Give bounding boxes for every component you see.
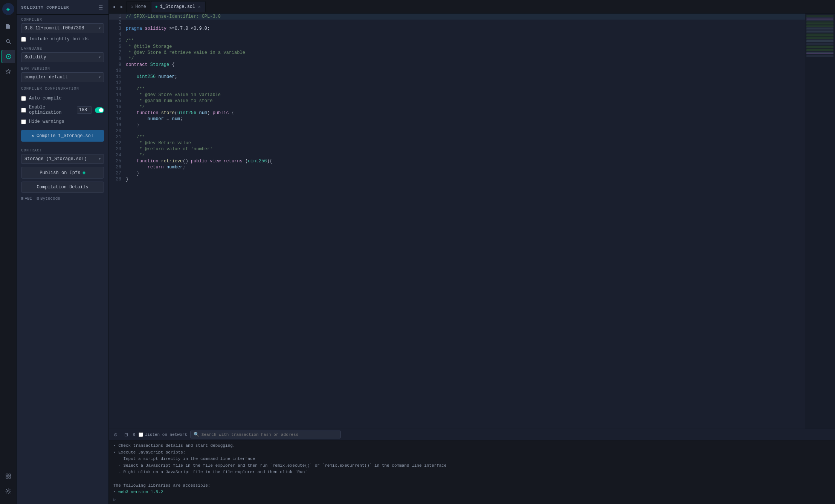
home-tab-icon: ⌂ [130, 4, 133, 9]
minimap-line [806, 53, 833, 54]
minimap-line [806, 31, 833, 32]
deploy-sidebar-icon[interactable] [2, 65, 15, 78]
auto-compile-label: Auto compile [29, 96, 61, 101]
compilation-details-button[interactable]: Compilation Details [21, 182, 104, 193]
minimap-line [806, 15, 833, 17]
minimap-line [806, 50, 833, 51]
optimization-value-input[interactable] [77, 106, 92, 114]
terminal-area: ⊘ ⊡ 0 listen on network 🔍 • Check transa… [109, 429, 835, 504]
code-line-7: 7 * @dev Store & retrieve value in a var… [109, 50, 805, 56]
code-line-12: 12 [109, 80, 805, 86]
evm-label: EVM VERSION [21, 67, 104, 71]
terminal-line-7: The following libraries are accessible: [113, 483, 830, 489]
minimap-line [806, 21, 833, 23]
code-editor[interactable]: 1 // SPDX-License-Identifier: GPL-3.0 2 … [109, 14, 805, 429]
terminal-clear-btn[interactable]: ⊘ [112, 431, 119, 438]
tab-home[interactable]: ⌂ Home [126, 1, 150, 12]
listen-checkbox-row[interactable]: listen on network [139, 432, 187, 437]
minimap-line [806, 34, 833, 35]
main-area: ◂ ▸ ⌂ Home ◈ 1_Storage.sol × 1 // SPDX-L… [109, 0, 835, 504]
terminal-output: • Check transactions details and start d… [109, 440, 835, 496]
terminal-search-box: 🔍 [190, 431, 341, 438]
contract-label: CONTRACT [21, 148, 104, 153]
compile-button[interactable]: ↻ Compile 1_Storage.sol [21, 130, 104, 142]
abi-link[interactable]: ⊞ ABI [21, 196, 32, 201]
auto-compile-row[interactable]: Auto compile [17, 94, 108, 103]
code-line-6: 6 * @title Storage [109, 44, 805, 50]
sidebar: SOLIDITY COMPILER ☰ COMPILER 0.8.12+comm… [17, 0, 109, 504]
contract-select[interactable]: Storage (1_Storage.sol) [21, 154, 104, 164]
minimap [805, 14, 835, 429]
minimap-line [806, 26, 833, 27]
svg-rect-2 [7, 27, 8, 28]
code-line-17: 17 function store(uint256 num) public { [109, 110, 805, 116]
abi-bytecode-row: ⊞ ABI ⊞ Bytecode [17, 194, 108, 202]
hide-warnings-checkbox[interactable] [21, 119, 26, 124]
compiler-version-select[interactable]: 0.8.12+commit.f00d7308 [21, 23, 104, 33]
language-select[interactable]: Solidity Yul [21, 52, 104, 62]
terminal-line-1: • Check transactions details and start d… [113, 443, 830, 449]
evm-select[interactable]: compiler default istanbul berlin london [21, 72, 104, 82]
include-nightly-label: Include nightly builds [29, 37, 89, 42]
publish-button-label: Publish on Ipfs [40, 170, 80, 176]
language-select-wrapper: Solidity Yul ▾ [21, 52, 104, 62]
compile-button-label: Compile 1_Storage.sol [37, 133, 93, 139]
auto-compile-checkbox[interactable] [21, 96, 26, 101]
evm-section: EVM VERSION compiler default istanbul be… [17, 64, 108, 84]
minimap-line [806, 23, 833, 24]
minimap-line [806, 44, 833, 45]
minimap-line [806, 49, 833, 50]
include-nightly-checkbox[interactable] [21, 37, 26, 42]
minimap-line [806, 18, 833, 20]
language-section: LANGUAGE Solidity Yul ▾ [17, 44, 108, 64]
files-icon[interactable] [2, 20, 15, 33]
tab-search-forward[interactable]: ▸ [118, 2, 125, 11]
svg-rect-0 [7, 26, 9, 26]
config-section: COMPILER CONFIGURATION [17, 84, 108, 94]
minimap-line [806, 40, 833, 41]
include-nightly-row[interactable]: Include nightly builds [17, 35, 108, 44]
bytecode-link[interactable]: ⊞ Bytecode [37, 196, 60, 201]
activity-bar: ◈ [0, 0, 17, 504]
terminal-search-input[interactable] [201, 432, 337, 437]
minimap-line [806, 20, 833, 21]
publish-button[interactable]: Publish on Ipfs ◉ [21, 167, 104, 179]
search-sidebar-icon[interactable] [2, 35, 15, 48]
code-line-21: 21 /** [109, 134, 805, 140]
tab-file[interactable]: ◈ 1_Storage.sol × [151, 1, 206, 12]
config-label: COMPILER CONFIGURATION [21, 87, 104, 91]
settings-icon[interactable] [2, 484, 15, 498]
code-line-22: 22 * @dev Return value [109, 140, 805, 146]
evm-select-wrapper: compiler default istanbul berlin london … [21, 72, 104, 82]
compile-sidebar-icon[interactable] [2, 50, 15, 63]
minimap-line [806, 17, 833, 18]
ipfs-icon: ◉ [82, 170, 85, 176]
tab-search-back[interactable]: ◂ [110, 2, 118, 11]
sidebar-menu-button[interactable]: ☰ [98, 4, 104, 11]
listen-checkbox[interactable] [139, 432, 143, 437]
minimap-line [806, 43, 833, 44]
minimap-line [806, 41, 833, 42]
logo-icon[interactable]: ◈ [2, 3, 14, 15]
compiler-label: COMPILER [21, 18, 104, 22]
plugin-icon[interactable] [2, 469, 15, 483]
minimap-line [806, 27, 833, 29]
hide-warnings-row[interactable]: Hide warnings [17, 117, 108, 126]
language-label: LANGUAGE [21, 47, 104, 51]
code-line-8: 8 */ [109, 56, 805, 62]
minimap-line [806, 35, 833, 36]
terminal-line-6 [113, 476, 830, 483]
compiler-version-wrapper: 0.8.12+commit.f00d7308 ▾ [21, 23, 104, 33]
terminal-line-8: • web3 version 1.5.2 [113, 489, 830, 496]
code-line-3: 3 pragma solidity >=0.7.0 <0.9.0; [109, 26, 805, 32]
terminal-filter-btn[interactable]: ⊡ [122, 431, 130, 438]
tab-close-button[interactable]: × [197, 5, 201, 9]
terminal-toolbar: ⊘ ⊡ 0 listen on network 🔍 [109, 429, 835, 440]
svg-line-4 [9, 42, 11, 44]
code-line-15: 15 * @param num value to store [109, 98, 805, 104]
code-line-26: 26 return number; [109, 164, 805, 170]
optimization-checkbox[interactable] [21, 108, 26, 113]
optimization-toggle[interactable] [95, 107, 104, 113]
svg-point-10 [7, 490, 9, 492]
code-line-23: 23 * @return value of 'number' [109, 146, 805, 152]
